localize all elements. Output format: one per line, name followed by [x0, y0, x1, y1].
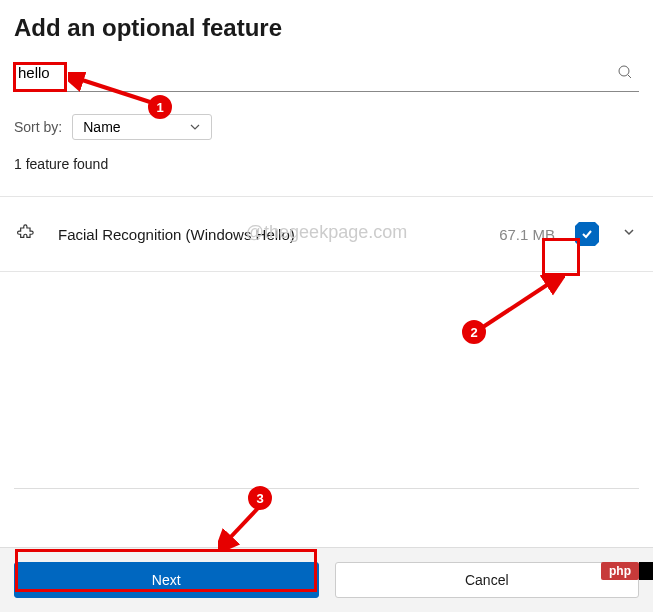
annotation-badge-3: 3 [248, 486, 272, 510]
sort-dropdown[interactable]: Name [72, 114, 212, 140]
feature-checkbox[interactable] [575, 222, 599, 246]
check-icon [580, 227, 594, 241]
annotation-arrow-3 [218, 500, 268, 550]
cancel-button[interactable]: Cancel [335, 562, 640, 598]
puzzle-icon [16, 221, 38, 247]
svg-line-3 [483, 281, 553, 327]
php-badge: php [601, 562, 639, 580]
search-icon[interactable] [617, 64, 633, 84]
svg-line-4 [226, 506, 260, 542]
sort-label: Sort by: [14, 119, 62, 135]
annotation-arrow-2 [475, 275, 565, 335]
search-row [14, 60, 639, 92]
feature-size: 67.1 MB [499, 226, 555, 243]
footer: Next Cancel [0, 547, 653, 612]
sort-row: Sort by: Name [14, 114, 639, 140]
feature-name: Facial Recognition (Windows Hello) [58, 226, 499, 243]
feature-row[interactable]: Facial Recognition (Windows Hello) 67.1 … [0, 196, 653, 272]
divider [14, 488, 639, 489]
chevron-down-icon [621, 224, 637, 240]
next-button[interactable]: Next [14, 562, 319, 598]
svg-point-0 [619, 66, 629, 76]
results-count: 1 feature found [14, 156, 639, 172]
expand-chevron[interactable] [621, 224, 637, 244]
page-title: Add an optional feature [14, 14, 639, 42]
sort-selected: Name [83, 119, 120, 135]
chevron-down-icon [189, 121, 201, 133]
annotation-badge-2: 2 [462, 320, 486, 344]
svg-line-1 [628, 75, 631, 78]
search-input[interactable] [14, 60, 639, 85]
